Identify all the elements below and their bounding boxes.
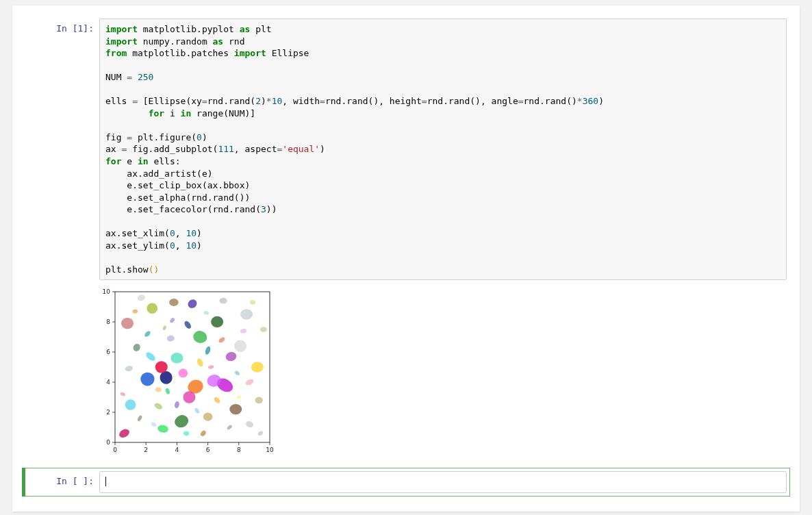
svg-point-8 (229, 404, 242, 414)
input-prompt: In [ ]: (25, 471, 99, 486)
svg-point-54 (250, 301, 255, 305)
code-editor-area[interactable]: import matplotlib.pyplot as plt import n… (99, 18, 787, 280)
svg-point-44 (165, 388, 170, 394)
code-text[interactable] (100, 472, 786, 492)
svg-point-56 (120, 392, 126, 397)
svg-point-47 (194, 407, 200, 414)
svg-point-17 (251, 362, 264, 373)
svg-point-23 (203, 413, 213, 421)
code-cell-1[interactable]: In [1]: import matplotlib.pyplot as plt … (22, 15, 790, 284)
svg-point-31 (244, 378, 255, 386)
svg-point-1 (140, 373, 154, 386)
svg-point-5 (170, 353, 183, 364)
code-editor-area[interactable] (99, 471, 787, 493)
svg-point-9 (173, 413, 190, 430)
svg-point-46 (155, 388, 162, 392)
svg-point-25 (169, 299, 179, 306)
svg-point-51 (227, 425, 233, 431)
input-prompt: In [1]: (25, 18, 99, 34)
svg-text:2: 2 (144, 447, 148, 453)
svg-point-34 (196, 358, 204, 368)
svg-point-55 (169, 317, 175, 324)
cursor-icon (105, 477, 106, 486)
svg-point-37 (220, 298, 227, 304)
svg-point-40 (213, 397, 221, 405)
svg-text:8: 8 (237, 447, 241, 453)
output-area-1: 02468100246810 (22, 286, 790, 468)
svg-text:10: 10 (103, 288, 111, 295)
svg-point-30 (153, 402, 164, 411)
svg-point-12 (121, 318, 134, 329)
svg-point-33 (137, 294, 147, 302)
svg-point-16 (234, 340, 246, 353)
code-text[interactable]: import matplotlib.pyplot as plt import n… (100, 19, 786, 279)
svg-point-57 (257, 431, 264, 437)
svg-point-20 (144, 351, 157, 363)
svg-point-26 (186, 298, 199, 310)
code-cell-2[interactable]: In [ ]: (22, 468, 790, 497)
svg-point-48 (137, 415, 143, 422)
svg-point-29 (204, 346, 211, 355)
svg-text:4: 4 (106, 379, 110, 386)
svg-text:2: 2 (106, 409, 110, 416)
svg-point-62 (236, 395, 242, 399)
svg-point-32 (255, 397, 263, 404)
svg-point-24 (225, 351, 238, 363)
svg-text:6: 6 (206, 447, 210, 453)
svg-text:4: 4 (175, 447, 179, 453)
svg-text:0: 0 (106, 439, 110, 446)
svg-point-53 (208, 365, 214, 370)
svg-point-19 (179, 369, 188, 378)
svg-point-13 (147, 303, 157, 314)
svg-point-39 (245, 420, 255, 429)
svg-point-3 (155, 362, 168, 374)
svg-point-11 (125, 400, 136, 410)
plot-output: 02468100246810 (96, 286, 274, 468)
svg-text:0: 0 (113, 447, 117, 453)
svg-point-41 (125, 366, 134, 373)
notebook: In [1]: import matplotlib.pyplot as plt … (12, 5, 800, 512)
svg-point-45 (218, 336, 226, 344)
svg-point-15 (211, 316, 223, 328)
svg-point-14 (192, 329, 208, 344)
svg-point-58 (234, 370, 240, 377)
svg-point-21 (240, 310, 253, 320)
svg-point-43 (199, 430, 207, 438)
svg-point-38 (144, 330, 152, 338)
svg-point-22 (118, 428, 131, 440)
svg-point-50 (183, 431, 190, 436)
svg-point-27 (132, 343, 142, 353)
svg-point-36 (174, 401, 179, 409)
svg-point-49 (240, 329, 247, 334)
ellipse-scatter-figure: 02468100246810 (96, 288, 274, 459)
svg-point-42 (260, 327, 267, 333)
svg-point-60 (203, 311, 210, 316)
svg-text:8: 8 (106, 318, 110, 325)
svg-point-61 (162, 325, 167, 331)
svg-point-59 (132, 310, 138, 314)
svg-point-35 (166, 335, 175, 342)
svg-text:10: 10 (266, 447, 274, 453)
svg-text:6: 6 (106, 349, 110, 355)
svg-point-28 (183, 321, 192, 331)
svg-point-10 (157, 425, 168, 434)
output-prompt (22, 286, 96, 468)
svg-point-52 (151, 422, 157, 428)
